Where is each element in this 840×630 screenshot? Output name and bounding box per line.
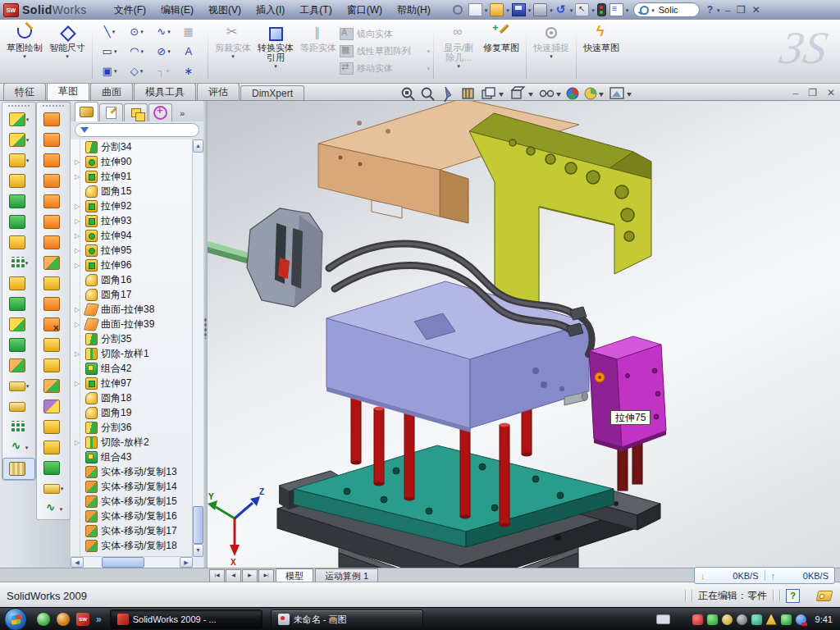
- scroll-down-button[interactable]: [193, 544, 203, 557]
- entity-dropdown[interactable]: [114, 68, 117, 74]
- stack-row-button[interactable]: 镜向实体: [340, 27, 430, 42]
- entity-dropdown[interactable]: [140, 48, 144, 54]
- rebuild-icon[interactable]: [597, 3, 606, 16]
- trim-dropdown[interactable]: [231, 53, 235, 59]
- model-canvas[interactable]: Y Z X: [208, 100, 840, 568]
- feature-tool-button[interactable]: [2, 294, 35, 314]
- menu-item[interactable]: 插入(I): [249, 1, 292, 20]
- expand-arrow-icon[interactable]: [75, 306, 82, 313]
- surface-tool-button[interactable]: [37, 499, 70, 519]
- menu-item[interactable]: 窗口(W): [340, 1, 390, 20]
- tool-dropdown[interactable]: [26, 383, 30, 389]
- select-icon[interactable]: [575, 3, 589, 16]
- search-input[interactable]: [657, 4, 693, 16]
- tool-dropdown[interactable]: [26, 158, 30, 163]
- warning-icon[interactable]: [766, 614, 777, 625]
- expand-arrow-icon[interactable]: [75, 262, 82, 269]
- expand-arrow-icon[interactable]: [75, 350, 82, 358]
- smart-dimension-button[interactable]: 智能尺寸: [46, 20, 89, 83]
- rectangle-icon[interactable]: ▭: [96, 42, 123, 62]
- menu-item[interactable]: 编辑(E): [153, 1, 201, 20]
- sketch-button[interactable]: 草图绘制: [3, 20, 46, 83]
- stack-row-button[interactable]: 移动实体: [340, 62, 430, 76]
- repair-sketch-button[interactable]: 修复草图: [480, 20, 523, 83]
- surface-tool-button[interactable]: [37, 355, 70, 376]
- feature-tool-button[interactable]: [2, 130, 35, 150]
- tree-item[interactable]: 拉伸95: [71, 243, 193, 258]
- open-dropdown[interactable]: [506, 7, 509, 13]
- antivirus-icon[interactable]: [692, 614, 703, 625]
- tree-item[interactable]: 拉伸92: [71, 199, 193, 213]
- ellipse-icon[interactable]: ⊘: [150, 42, 177, 62]
- tree-item[interactable]: 切除-放样1: [71, 346, 193, 361]
- entity-dropdown[interactable]: [167, 68, 170, 74]
- feature-tool-button[interactable]: [2, 150, 35, 171]
- tree-item[interactable]: 圆角18: [71, 390, 193, 405]
- tree-item[interactable]: 组合42: [71, 361, 193, 376]
- tree-item[interactable]: 圆角15: [71, 184, 193, 199]
- view-settings-icon[interactable]: [541, 91, 562, 98]
- expand-arrow-icon[interactable]: [75, 232, 82, 240]
- shield-icon[interactable]: [707, 614, 718, 625]
- stack-row-dropdown[interactable]: [427, 66, 430, 71]
- surface-tool-button[interactable]: [37, 212, 70, 232]
- tree-item[interactable]: 圆角16: [71, 272, 193, 287]
- surface-tool-button[interactable]: [37, 335, 70, 355]
- tool-dropdown[interactable]: [60, 506, 63, 512]
- quick-snaps-dropdown[interactable]: [550, 53, 553, 59]
- input-method-icon[interactable]: [656, 614, 670, 624]
- tree-item[interactable]: 圆角17: [71, 287, 193, 302]
- tree-item[interactable]: 圆角19: [71, 405, 193, 420]
- tree-item[interactable]: 分割36: [71, 420, 193, 435]
- ribbon-tab[interactable]: 评估: [197, 83, 240, 100]
- volume-icon[interactable]: [737, 614, 747, 625]
- surface-tool-button[interactable]: [37, 150, 70, 171]
- feature-tool-button[interactable]: [2, 212, 35, 232]
- dimxpertmanager-tab[interactable]: [148, 103, 172, 121]
- tree-item[interactable]: 实体-移动/复制18: [71, 538, 193, 553]
- security-icon[interactable]: [781, 614, 792, 625]
- ribbon-tab[interactable]: 草图: [47, 82, 89, 100]
- surface-tool-button[interactable]: [37, 294, 70, 314]
- new-document-icon[interactable]: [468, 3, 482, 16]
- save-dropdown[interactable]: [528, 7, 532, 13]
- surface-tool-button[interactable]: [37, 130, 70, 150]
- convert-dropdown[interactable]: [274, 63, 277, 69]
- scroll-right-button[interactable]: [180, 557, 193, 568]
- feature-tool-button[interactable]: [2, 273, 35, 294]
- surface-tool-button[interactable]: [37, 314, 70, 335]
- expand-arrow-icon[interactable]: [75, 247, 82, 254]
- slot-icon[interactable]: ▣: [96, 62, 123, 81]
- expand-arrow-icon[interactable]: [75, 158, 82, 166]
- ribbon-tab[interactable]: DimXpert: [240, 85, 304, 100]
- help-button[interactable]: ?: [705, 4, 715, 16]
- convert-entities-button[interactable]: 转换实体引用: [254, 20, 297, 83]
- apply-scene-icon[interactable]: [585, 88, 604, 99]
- quick-launch-chevron-icon[interactable]: [96, 614, 102, 625]
- tool-dropdown[interactable]: [61, 486, 64, 491]
- start-button[interactable]: [4, 608, 27, 630]
- undo-icon[interactable]: [555, 4, 568, 16]
- messenger-launch-icon[interactable]: [37, 613, 50, 626]
- tree-item[interactable]: 实体-移动/复制17: [71, 523, 193, 538]
- polygon-icon[interactable]: ◇: [123, 62, 150, 81]
- tool-dropdown[interactable]: [26, 116, 30, 122]
- open-icon[interactable]: [490, 3, 504, 16]
- configurationmanager-tab[interactable]: [124, 103, 148, 121]
- options-dropdown[interactable]: [626, 7, 629, 13]
- surface-tool-button[interactable]: [37, 417, 70, 437]
- entity-dropdown[interactable]: [140, 68, 144, 74]
- games-launch-icon[interactable]: [57, 613, 70, 626]
- tool-dropdown[interactable]: [25, 445, 29, 450]
- print-icon[interactable]: [533, 3, 547, 16]
- tool-dropdown[interactable]: [25, 260, 29, 266]
- save-icon[interactable]: [512, 3, 526, 16]
- surface-tool-button[interactable]: [37, 232, 70, 253]
- horizontal-scroll-thumb[interactable]: [102, 557, 144, 568]
- point-icon[interactable]: ∗: [177, 62, 204, 81]
- tree-filter-input[interactable]: [75, 123, 199, 137]
- tree-item[interactable]: 拉伸96: [71, 258, 193, 272]
- print-dropdown[interactable]: [550, 7, 553, 13]
- entity-dropdown[interactable]: [167, 48, 171, 54]
- menu-item[interactable]: 视图(V): [201, 1, 249, 20]
